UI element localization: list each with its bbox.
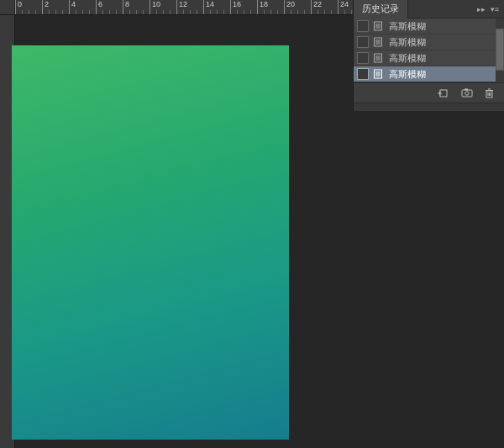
history-panel: 历史记录 ▸▸ ▾≡ 高斯模糊高斯模糊高斯模糊高斯模糊 bbox=[353, 0, 504, 111]
ruler-tick-minor bbox=[35, 10, 36, 14]
ruler-tick-minor bbox=[49, 10, 50, 14]
panel-menu-area: ▸▸ ▾≡ bbox=[477, 5, 504, 13]
ruler-tick-major: 12 bbox=[176, 0, 187, 14]
ruler-tick-minor bbox=[163, 10, 164, 14]
snapshot-icon[interactable] bbox=[461, 88, 473, 98]
ruler-tick-major: 4 bbox=[69, 0, 76, 14]
history-brush-source[interactable] bbox=[357, 52, 369, 64]
history-item-label: 高斯模糊 bbox=[389, 20, 426, 33]
history-brush-source[interactable] bbox=[357, 20, 369, 32]
ruler-tick-minor bbox=[129, 10, 130, 14]
ruler-tick-major: 20 bbox=[284, 0, 295, 14]
ruler-tick-minor bbox=[210, 10, 211, 14]
history-item[interactable]: 高斯模糊 bbox=[354, 66, 504, 82]
ruler-tick-minor bbox=[183, 10, 184, 14]
document-icon bbox=[372, 21, 384, 31]
document-canvas[interactable] bbox=[12, 45, 289, 440]
ruler-tick-minor bbox=[270, 10, 271, 14]
ruler-tick-minor bbox=[223, 10, 224, 14]
ruler-tick-major: 18 bbox=[257, 0, 268, 14]
panel-footer bbox=[354, 82, 504, 103]
scrollbar-thumb[interactable] bbox=[496, 29, 504, 71]
ruler-tick-minor bbox=[217, 10, 218, 14]
document-icon bbox=[372, 37, 384, 47]
ruler-tick-minor bbox=[82, 10, 83, 14]
document-icon bbox=[372, 53, 384, 63]
ruler-tick-minor bbox=[29, 10, 29, 14]
ruler-tick-minor bbox=[237, 10, 238, 14]
ruler-tick-major: 10 bbox=[150, 0, 160, 14]
scrollbar[interactable] bbox=[496, 18, 504, 82]
ruler-tick-minor bbox=[102, 10, 103, 14]
ruler-tick-minor bbox=[55, 10, 56, 14]
ruler-tick-minor bbox=[318, 10, 318, 14]
ruler-tick-minor bbox=[331, 10, 332, 14]
history-tab[interactable]: 历史记录 bbox=[354, 0, 408, 18]
ruler-tick-minor bbox=[344, 10, 345, 14]
history-item[interactable]: 高斯模糊 bbox=[354, 50, 504, 66]
ruler-tick-minor bbox=[89, 10, 90, 14]
ruler-tick-major: 6 bbox=[96, 0, 102, 14]
ruler-tick-minor bbox=[244, 10, 244, 14]
ruler-tick-minor bbox=[136, 10, 137, 14]
history-list: 高斯模糊高斯模糊高斯模糊高斯模糊 bbox=[354, 18, 504, 82]
ruler-ticks: 024681012141618202224 bbox=[15, 0, 353, 14]
ruler-tick-minor bbox=[22, 10, 23, 14]
ruler-corner bbox=[0, 0, 15, 15]
panel-header: 历史记录 ▸▸ ▾≡ bbox=[354, 0, 504, 18]
ruler-tick-minor bbox=[250, 10, 251, 14]
collapse-icon[interactable]: ▸▸ bbox=[477, 5, 486, 13]
ruler-tick-major: 2 bbox=[42, 0, 49, 14]
history-item-label: 高斯模糊 bbox=[389, 36, 426, 49]
ruler-tick-minor bbox=[76, 10, 76, 14]
ruler-tick-minor bbox=[62, 10, 63, 14]
ruler-tick-major: 14 bbox=[203, 0, 214, 14]
svg-point-20 bbox=[465, 92, 469, 95]
ruler-tick-minor bbox=[197, 10, 197, 14]
canvas-area bbox=[15, 15, 353, 448]
ruler-tick-major: 0 bbox=[15, 0, 22, 14]
new-document-icon[interactable] bbox=[438, 88, 449, 98]
history-brush-source[interactable] bbox=[357, 68, 369, 80]
ruler-tick-major: 24 bbox=[338, 0, 349, 14]
history-item-label: 高斯模糊 bbox=[389, 52, 426, 65]
document-icon bbox=[372, 69, 384, 79]
ruler-tick-major: 22 bbox=[311, 0, 322, 14]
flyout-menu-icon[interactable]: ▾≡ bbox=[491, 5, 499, 13]
ruler-tick-minor bbox=[277, 10, 278, 14]
ruler-tick-minor bbox=[170, 10, 171, 14]
ruler-horizontal: 024681012141618202224 bbox=[0, 0, 353, 15]
ruler-tick-minor bbox=[116, 10, 117, 14]
ruler-tick-minor bbox=[297, 10, 298, 14]
trash-icon[interactable] bbox=[485, 88, 494, 98]
ruler-tick-minor bbox=[143, 10, 144, 14]
ruler-tick-minor bbox=[264, 10, 265, 14]
ruler-tick-major: 16 bbox=[230, 0, 241, 14]
ruler-tick-minor bbox=[351, 10, 352, 14]
history-item-label: 高斯模糊 bbox=[389, 68, 426, 81]
ruler-tick-minor bbox=[304, 10, 305, 14]
panel-bottom-strip bbox=[354, 103, 504, 111]
history-item[interactable]: 高斯模糊 bbox=[354, 18, 504, 34]
ruler-tick-major: 8 bbox=[123, 0, 129, 14]
svg-rect-19 bbox=[462, 90, 472, 97]
history-tab-label: 历史记录 bbox=[362, 3, 399, 15]
ruler-tick-minor bbox=[291, 10, 291, 14]
svg-rect-21 bbox=[465, 89, 468, 91]
ruler-tick-minor bbox=[324, 10, 325, 14]
history-item[interactable]: 高斯模糊 bbox=[354, 34, 504, 50]
history-brush-source[interactable] bbox=[357, 36, 369, 48]
ruler-tick-minor bbox=[109, 10, 110, 14]
ruler-tick-minor bbox=[156, 10, 157, 14]
ruler-tick-minor bbox=[190, 10, 191, 14]
